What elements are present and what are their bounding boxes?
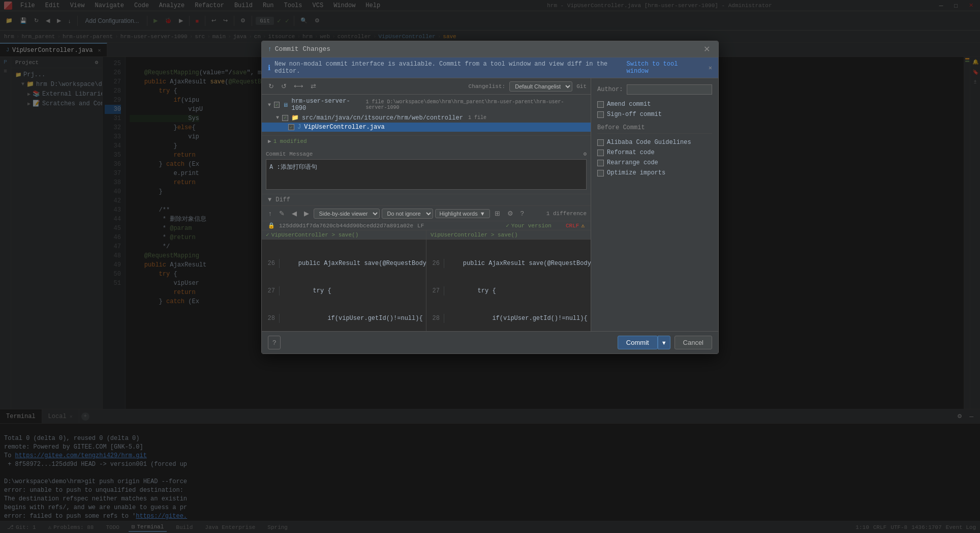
diff-title: Diff <box>275 196 290 203</box>
info-icon: ℹ <box>268 64 270 72</box>
diff-lines-left[interactable]: 26 public AjaxResult save(@RequestBody V… <box>262 240 426 331</box>
diff-content: 26 public AjaxResult save(@RequestBody V… <box>262 240 591 331</box>
rearrange-checkbox[interactable] <box>597 160 604 166</box>
before-commit-section: Before Commit Alibaba Code Guidelines Re… <box>597 124 712 176</box>
modal-left-panel: ↻ ↺ ⟷ ⇄ Changelist: Default Changelist G… <box>262 78 591 331</box>
diff-header[interactable]: ▼ Diff <box>262 194 591 206</box>
modal-diff-btn[interactable]: ⟷ <box>291 81 306 91</box>
modal-tree-folder-label: src/main/java/cn/itsource/hrm/web/contro… <box>302 114 463 122</box>
commit-btn[interactable]: Commit <box>618 336 658 349</box>
server-icon: 🖥 <box>283 102 288 108</box>
diff-lf-label: LF <box>417 223 424 229</box>
diff-path-right: VipUserController > save() <box>426 230 591 239</box>
diff-lines-right[interactable]: 26 public AjaxResult save(@RequestBody V… <box>426 240 591 331</box>
modal-notification: ℹ New non-modal commit interface is avai… <box>262 57 718 78</box>
folder-checkbox[interactable] <box>282 115 288 121</box>
modal-tree-root-label: hrm-user-server-1090 <box>291 98 360 112</box>
diff-section: ▼ Diff ↑ ✎ ◀ ▶ Side-by-side viewer <box>262 194 591 331</box>
highlight-chevron-icon: ▼ <box>480 211 485 217</box>
diff-ignore-select[interactable]: Do not ignore <box>382 209 433 219</box>
modal-tree-root[interactable]: ▼ 🖥 hrm-user-server-1090 1 file D:\works… <box>262 97 591 113</box>
author-row: Author: <box>597 84 712 95</box>
author-section: Author: <box>597 84 712 95</box>
alibaba-row[interactable]: Alibaba Code Guidelines <box>597 139 712 146</box>
modal-close-btn[interactable]: ✕ <box>701 44 712 54</box>
diff-viewer-select[interactable]: Side-by-side viewer <box>314 209 380 219</box>
commit-btn-arrow[interactable]: ▼ <box>658 336 670 349</box>
diff-hash: 125dd9d1f7da7620cb44dd90bcedd2d7a891a02e <box>279 223 413 229</box>
optimize-checkbox[interactable] <box>597 170 604 176</box>
modified-count: 1 modified <box>273 138 307 144</box>
alibaba-label: Alibaba Code Guidelines <box>607 139 691 146</box>
commit-options-section: Amend commit Sign-off commit <box>597 101 712 118</box>
author-input[interactable] <box>627 84 712 95</box>
modal-move-btn[interactable]: ⇄ <box>308 81 319 91</box>
signoff-commit-row[interactable]: Sign-off commit <box>597 111 712 118</box>
diff-panel-left: 26 public AjaxResult save(@RequestBody V… <box>262 240 426 331</box>
commit-message-label-text: Commit Message <box>266 151 313 157</box>
diff-crlf-label: CRLF <box>566 223 579 229</box>
diff-edit-btn[interactable]: ✎ <box>277 209 287 218</box>
diff-panel-right: 26 public AjaxResult save(@RequestBody V… <box>426 240 591 331</box>
help-btn[interactable]: ? <box>268 336 281 349</box>
diff-path-label-right: VipUserController > save() <box>431 232 518 238</box>
modal-footer: ? Commit ▼ Cancel <box>262 331 718 353</box>
reformat-checkbox[interactable] <box>597 150 604 156</box>
diff-check-icon: ✓ <box>506 222 509 229</box>
root-arrow: ▼ <box>268 102 271 108</box>
modal-refresh-btn[interactable]: ↻ <box>266 81 277 91</box>
reformat-label: Reformat code <box>607 149 655 156</box>
diff-line-left-27: 27 try { <box>262 286 426 295</box>
diff-path-left: ✓ VipUserController > save() <box>262 230 426 239</box>
amend-commit-row[interactable]: Amend commit <box>597 101 712 108</box>
switch-to-tool-window-link[interactable]: Switch to tool window <box>627 61 700 75</box>
modal-rollback-btn[interactable]: ↺ <box>279 81 289 91</box>
commit-message-options-icon[interactable]: ⚙ <box>583 151 587 157</box>
modal-tree-root-info: 1 file D:\workspace\demo\hrm\hrm_parent\… <box>365 99 585 110</box>
diff-line-left-26: 26 public AjaxResult save(@RequestBody V… <box>262 259 426 268</box>
diff-highlight-btn[interactable]: Highlight words ▼ <box>435 209 490 218</box>
modal-tree-file-label: VipUserController.java <box>304 124 384 131</box>
modal-toolbar: ↻ ↺ ⟷ ⇄ Changelist: Default Changelist G… <box>262 78 591 95</box>
modal-right-panel: Author: Amend commit Sign-off commit <box>591 78 718 331</box>
diff-line-right-27: 27 try { <box>426 286 591 295</box>
signoff-commit-label: Sign-off commit <box>607 111 662 118</box>
root-checkbox[interactable] <box>274 102 280 108</box>
modified-arrow: ▶ <box>268 138 271 144</box>
commit-message-label: Commit Message ⚙ <box>266 151 587 157</box>
diff-prev-btn[interactable]: ↑ <box>266 209 274 218</box>
diff-check-left: ✓ <box>266 231 269 238</box>
diff-left-btn[interactable]: ◀ <box>289 209 299 218</box>
changelist-select[interactable]: Default Changelist <box>509 81 572 92</box>
diff-file-info: 🔒 125dd9d1f7da7620cb44dd90bcedd2d7a891a0… <box>262 221 591 230</box>
modal-tree-folder[interactable]: ▼ 📁 src/main/java/cn/itsource/hrm/web/co… <box>262 113 591 123</box>
rearrange-row[interactable]: Rearrange code <box>597 159 712 166</box>
modal-tree-file[interactable]: J VipUserController.java <box>262 123 591 132</box>
amend-checkbox[interactable] <box>597 101 604 108</box>
diff-settings-btn[interactable]: ⚙ <box>505 209 516 218</box>
folder-icon2: 📁 <box>291 114 299 122</box>
alibaba-checkbox[interactable] <box>597 139 604 146</box>
modal-title-label: Commit Changes <box>275 45 330 53</box>
reformat-row[interactable]: Reformat code <box>597 149 712 156</box>
diff-toolbar: ↑ ✎ ◀ ▶ Side-by-side viewer Do not ignor… <box>262 206 591 221</box>
commit-icon: ↑ <box>268 45 272 53</box>
diff-right-btn[interactable]: ▶ <box>301 209 312 218</box>
diff-columns-btn[interactable]: ⊞ <box>492 209 503 218</box>
diff-your-version: Your version <box>511 223 552 229</box>
modified-section: ▶ 1 modified <box>262 135 591 146</box>
author-label: Author: <box>597 86 623 93</box>
notification-close-icon[interactable]: ✕ <box>709 64 712 72</box>
signoff-checkbox[interactable] <box>597 111 604 118</box>
commit-message-area: Commit Message ⚙ A :添加打印语句 <box>262 146 591 194</box>
amend-commit-label: Amend commit <box>607 101 651 108</box>
file-checkbox[interactable] <box>288 124 294 130</box>
commit-message-input[interactable]: A :添加打印语句 <box>266 159 587 190</box>
diff-path-row: ✓ VipUserController > save() VipUserCont… <box>262 230 591 240</box>
modal-body: ↻ ↺ ⟷ ⇄ Changelist: Default Changelist G… <box>262 78 718 331</box>
app-window: File Edit View Navigate Code Analyze Ref… <box>0 0 980 533</box>
modal-tree-folder-info: 1 file <box>468 115 486 121</box>
diff-help-btn[interactable]: ? <box>518 209 527 218</box>
optimize-row[interactable]: Optimize imports <box>597 169 712 176</box>
cancel-btn[interactable]: Cancel <box>675 336 712 349</box>
